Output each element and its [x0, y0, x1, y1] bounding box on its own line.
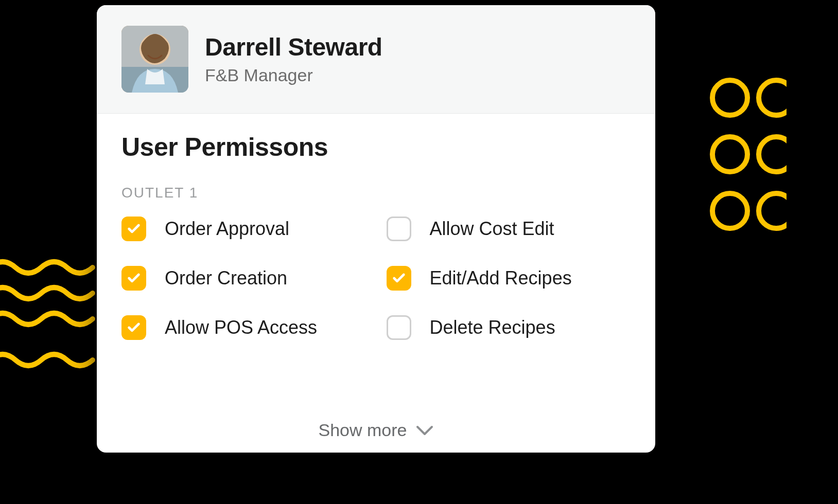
svg-point-4 [712, 193, 747, 228]
permission-delete-recipes: Delete Recipes [387, 315, 631, 340]
user-name: Darrell Steward [205, 33, 382, 61]
permission-allow-pos-access: Allow POS Access [121, 315, 366, 340]
user-role: F&B Manager [205, 65, 382, 85]
permission-label: Allow Cost Edit [430, 218, 554, 240]
checkbox-edit-add-recipes[interactable] [387, 266, 411, 291]
card-header: Darrell Steward F&B Manager [97, 5, 655, 114]
chevron-down-icon [416, 425, 433, 436]
checkbox-allow-pos-access[interactable] [121, 315, 146, 340]
svg-point-0 [712, 80, 747, 115]
check-icon [127, 320, 141, 335]
permission-label: Edit/Add Recipes [430, 267, 572, 289]
permission-order-creation: Order Creation [121, 266, 366, 291]
svg-point-5 [759, 193, 787, 228]
decorative-circles [642, 77, 787, 231]
outlet-label: OUTLET 1 [121, 185, 631, 201]
checkbox-delete-recipes[interactable] [387, 315, 411, 340]
show-more-button[interactable]: Show more [121, 400, 631, 440]
svg-point-1 [759, 80, 787, 115]
permission-label: Order Approval [165, 218, 289, 240]
show-more-label: Show more [319, 420, 407, 440]
svg-point-2 [712, 137, 747, 172]
checkbox-order-approval[interactable] [121, 217, 146, 241]
checkbox-allow-cost-edit[interactable] [387, 217, 411, 241]
check-icon [127, 271, 141, 285]
permission-label: Order Creation [165, 267, 287, 289]
permissions-grid: Order Approval Allow Cost Edit Order Cre… [121, 217, 631, 340]
permissions-card: Darrell Steward F&B Manager User Permiss… [97, 5, 655, 453]
permission-edit-add-recipes: Edit/Add Recipes [387, 266, 631, 291]
permission-allow-cost-edit: Allow Cost Edit [387, 217, 631, 241]
avatar [121, 26, 188, 93]
permission-label: Delete Recipes [430, 317, 555, 338]
checkbox-order-creation[interactable] [121, 266, 146, 291]
permission-label: Allow POS Access [165, 317, 317, 338]
check-icon [127, 222, 141, 236]
section-title: User Permissons [121, 132, 631, 162]
card-body: User Permissons OUTLET 1 Order Approval … [97, 114, 655, 453]
decorative-waves [0, 257, 103, 370]
permission-order-approval: Order Approval [121, 217, 366, 241]
user-meta: Darrell Steward F&B Manager [205, 33, 382, 85]
svg-point-3 [759, 137, 787, 172]
check-icon [392, 271, 406, 285]
